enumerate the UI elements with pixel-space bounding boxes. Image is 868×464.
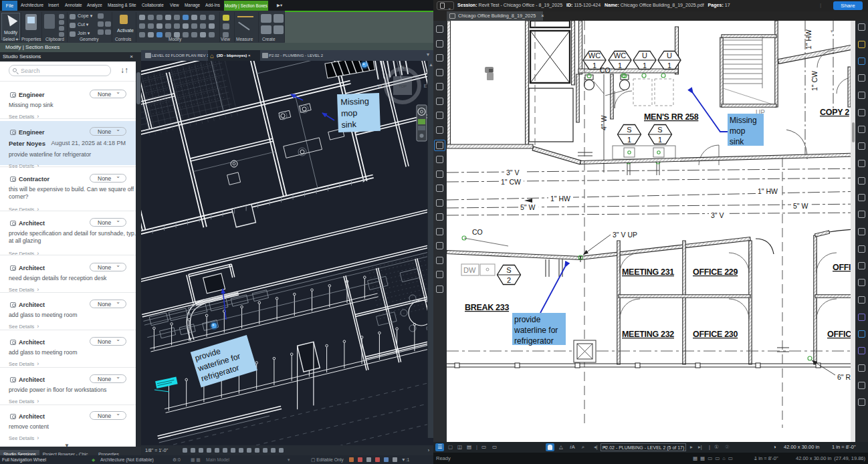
svg-text:refrigerator: refrigerator <box>514 336 554 346</box>
svg-text:OFFICE: OFFICE <box>827 330 851 339</box>
svg-text:1" CW: 1" CW <box>810 71 819 91</box>
svg-text:S: S <box>627 126 631 134</box>
svg-text:mop: mop <box>341 108 358 118</box>
svg-text:2: 2 <box>507 276 511 284</box>
svg-text:mop: mop <box>730 126 746 136</box>
svg-text:4" W: 4" W <box>600 116 608 130</box>
svg-text:1: 1 <box>592 62 596 70</box>
svg-text:1: 1 <box>618 62 622 70</box>
svg-text:1: 1 <box>667 62 671 70</box>
svg-text:5" W: 5" W <box>520 203 535 211</box>
svg-text:1: 1 <box>658 136 662 144</box>
svg-text:waterline for: waterline for <box>514 326 558 335</box>
svg-text:MEN'S RR 258: MEN'S RR 258 <box>644 112 699 122</box>
svg-text:3" V: 3" V <box>506 168 520 177</box>
svg-text:U: U <box>667 51 672 60</box>
svg-text:provide: provide <box>514 315 541 324</box>
svg-text:OFFICE: OFFICE <box>833 263 851 272</box>
svg-text:MEETING 232: MEETING 232 <box>622 330 674 339</box>
svg-text:1" CW: 1" CW <box>501 178 521 186</box>
svg-text:N: N <box>401 65 404 70</box>
svg-text:1: 1 <box>627 136 631 144</box>
svg-text:CO: CO <box>600 66 611 74</box>
svg-text:3" V UP: 3" V UP <box>613 231 637 239</box>
svg-text:OFFICE 230: OFFICE 230 <box>693 330 738 339</box>
svg-text:1" HW: 1" HW <box>758 187 778 195</box>
svg-text:sink: sink <box>730 137 744 146</box>
svg-text:W: W <box>378 84 383 88</box>
svg-text:E: E <box>424 84 427 88</box>
svg-text:S: S <box>657 126 662 134</box>
svg-text:OFFICE 229: OFFICE 229 <box>693 267 738 277</box>
svg-text:WC: WC <box>588 51 601 60</box>
svg-text:DW: DW <box>463 266 476 274</box>
svg-text:5" W: 5" W <box>793 202 808 210</box>
svg-text:MEETING 231: MEETING 231 <box>622 267 674 277</box>
svg-text:1: 1 <box>643 62 647 70</box>
svg-text:Missing: Missing <box>340 96 369 106</box>
svg-text:S: S <box>506 266 511 274</box>
svg-text:WC: WC <box>614 51 626 60</box>
svg-text:6" RD: 6" RD <box>837 373 851 381</box>
svg-text:Missing: Missing <box>730 116 757 125</box>
svg-text:CO: CO <box>472 228 483 236</box>
svg-text:TOP: TOP <box>399 84 407 88</box>
svg-text:BREAK 233: BREAK 233 <box>465 303 509 312</box>
svg-text:sink: sink <box>341 120 356 130</box>
svg-text:3" V: 3" V <box>711 211 724 219</box>
svg-text:COPY 2: COPY 2 <box>820 108 849 117</box>
svg-text:U: U <box>642 51 647 60</box>
svg-text:1" HW: 1" HW <box>550 195 570 203</box>
svg-text:1" HW: 1" HW <box>804 29 812 49</box>
